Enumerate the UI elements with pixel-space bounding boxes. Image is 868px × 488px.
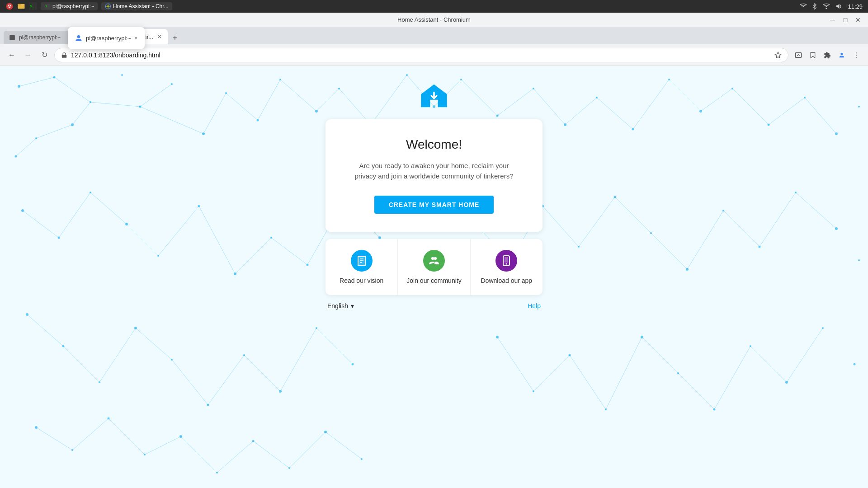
download-app-icon [495, 250, 517, 272]
tab-terminal-label: pi@raspberrypi:~ [19, 34, 61, 41]
forward-button[interactable]: → [22, 49, 34, 61]
os-topbar-right: 11:29 [800, 3, 863, 10]
maximize-button[interactable]: □ [841, 15, 850, 24]
window-controls: ─ □ ✕ [828, 15, 863, 24]
svg-text:$_: $_ [30, 4, 34, 8]
join-community-icon [423, 250, 445, 272]
terminal-taskbar-icon[interactable]: $_ [29, 2, 37, 10]
screenshot-button[interactable] [792, 49, 805, 61]
svg-point-17 [840, 52, 843, 55]
bottom-bar: English ▾ Help [326, 302, 542, 310]
svg-point-192 [506, 263, 507, 265]
taskbar-browser-label: Home Assistant - Chr... [113, 3, 169, 9]
help-link[interactable]: Help [528, 302, 541, 310]
wifi-icon [822, 3, 830, 10]
profile-dropdown[interactable]: pi@raspberrypi:~ ▾ [68, 27, 145, 49]
read-vision-card[interactable]: Read our vision [326, 239, 398, 295]
read-vision-icon [351, 250, 373, 272]
back-button[interactable]: ← [5, 49, 18, 61]
lock-icon [61, 52, 67, 58]
clock: 11:29 [848, 3, 863, 10]
svg-point-18 [856, 52, 857, 53]
minimize-button[interactable]: ─ [828, 15, 837, 24]
read-vision-label: Read our vision [340, 277, 383, 284]
reload-button[interactable]: ↻ [38, 49, 51, 61]
svg-point-12 [826, 8, 827, 9]
create-smart-home-button[interactable]: CREATE MY SMART HOME [374, 196, 494, 214]
star-icon[interactable] [774, 52, 782, 59]
raspberry-icon[interactable] [5, 2, 14, 10]
welcome-title: Welcome! [353, 137, 515, 152]
language-label: English [327, 302, 348, 310]
welcome-card: Welcome! Are you ready to awaken your ho… [326, 119, 542, 232]
svg-text:$: $ [46, 5, 47, 8]
menu-button[interactable] [850, 49, 863, 61]
browser-content: Welcome! Are you ready to awaken your ho… [0, 66, 868, 488]
address-actions [792, 49, 863, 61]
taskbar-browser[interactable]: Home Assistant - Chr... [101, 2, 172, 10]
download-app-label: Download our app [481, 277, 533, 284]
window-titlebar: Home Assistant - Chromium ─ □ ✕ [0, 13, 868, 27]
svg-point-4 [9, 7, 10, 8]
svg-point-19 [856, 55, 857, 56]
svg-point-3 [10, 5, 11, 6]
bluetooth-icon [811, 3, 818, 10]
network-icon [800, 3, 807, 10]
language-selector[interactable]: English ▾ [327, 302, 354, 310]
os-topbar: $_ $ pi@raspberrypi:~ Home Assistant - C… [0, 0, 868, 13]
os-topbar-left: $_ $ pi@raspberrypi:~ Home Assistant - C… [5, 2, 172, 10]
svg-point-189 [434, 257, 437, 260]
svg-rect-13 [9, 35, 15, 40]
dropdown-caret-icon: ▾ [135, 35, 137, 41]
svg-point-2 [8, 5, 9, 6]
language-caret-icon: ▾ [351, 302, 354, 310]
join-community-label: Join our community [406, 277, 461, 284]
svg-point-20 [856, 56, 857, 57]
ha-logo [418, 80, 450, 112]
close-window-button[interactable]: ✕ [854, 15, 863, 24]
dropdown-profile-item[interactable]: pi@raspberrypi:~ ▾ [68, 31, 145, 45]
address-bar[interactable]: 127.0.0.1:8123/onboarding.html [54, 48, 788, 62]
volume-icon [835, 3, 843, 10]
action-cards: Read our vision Join our community [326, 239, 542, 295]
svg-rect-6 [18, 4, 21, 5]
svg-point-21 [77, 35, 80, 38]
url-display: 127.0.0.1:8123/onboarding.html [71, 52, 771, 59]
svg-point-188 [431, 257, 434, 260]
svg-rect-14 [62, 55, 67, 57]
dropdown-label: pi@raspberrypi:~ [86, 35, 131, 42]
taskbar-terminal[interactable]: $ pi@raspberrypi:~ [41, 2, 98, 10]
new-tab-button[interactable]: + [169, 32, 181, 44]
welcome-description: Are you ready to awaken your home, recla… [353, 161, 515, 181]
window-title: Home Assistant - Chromium [397, 16, 471, 23]
svg-rect-16 [795, 52, 801, 57]
join-community-card[interactable]: Join our community [398, 239, 470, 295]
files-icon[interactable] [17, 2, 25, 10]
bookmark-button[interactable] [807, 49, 819, 61]
svg-marker-15 [775, 52, 781, 58]
tab-close-button[interactable]: ✕ [157, 33, 162, 40]
tab-terminal[interactable]: pi@raspberrypi:~ [4, 31, 76, 44]
extensions-button[interactable] [821, 49, 834, 61]
download-app-card[interactable]: Download our app [471, 239, 542, 295]
svg-rect-191 [505, 257, 508, 263]
main-content: Welcome! Are you ready to awaken your ho… [0, 66, 868, 488]
profile-button[interactable] [835, 49, 848, 61]
